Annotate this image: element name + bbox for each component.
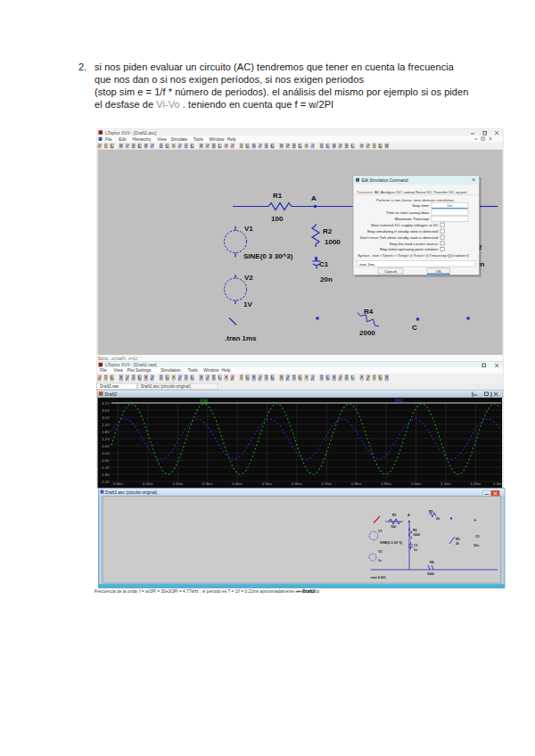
svg-text:0.1ms: 0.1ms — [143, 481, 153, 486]
svg-text:2.: 2. — [78, 62, 86, 72]
svg-text:R1: R1 — [392, 514, 397, 517]
svg-text:Tools: Tools — [188, 368, 199, 373]
svg-text:1.2ms: 1.2ms — [470, 481, 481, 486]
svg-text:50: 50 — [436, 517, 440, 521]
svg-text:Stop time:: Stop time: — [412, 203, 430, 208]
svg-text:LTspice XVII - [Draft2.raw]: LTspice XVII - [Draft2.raw] — [105, 362, 157, 367]
svg-text:File: File — [105, 137, 112, 142]
svg-text:LTspice XVII - [Draft2.asc]: LTspice XVII - [Draft2.asc] — [105, 130, 157, 136]
svg-text:R4: R4 — [430, 561, 434, 564]
svg-text:0.5ms: 0.5ms — [262, 481, 273, 486]
svg-text:C1: C1 — [414, 544, 418, 547]
svg-text:Syntax: .tran <Tprint> <Tstop>: Syntax: .tran <Tprint> <Tstop> [<Tstart>… — [358, 253, 469, 258]
svg-text:0.7ms: 0.7ms — [321, 481, 332, 486]
svg-text:Simulation: Simulation — [160, 368, 181, 373]
svg-text:.tran 0.001: .tran 0.001 — [370, 576, 386, 579]
svg-text:C: C — [412, 324, 417, 332]
svg-text:3.6V: 3.6V — [102, 408, 110, 413]
svg-text:20n: 20n — [473, 544, 479, 547]
svg-text:0.2ms: 0.2ms — [172, 481, 183, 486]
svg-text:V(a): V(a) — [200, 399, 208, 403]
svg-text:SINE(0 3 30^3): SINE(0 3 30^3) — [243, 252, 293, 260]
svg-text:el desfase de Vi-Vo . teniendo: el desfase de Vi-Vo . teniendo en cuenta… — [95, 99, 333, 110]
svg-text:A: A — [311, 194, 317, 202]
svg-text:Skip initial operating point s: Skip initial operating point solution: — [380, 247, 439, 251]
svg-text:OK: OK — [436, 269, 441, 274]
svg-text:(stop sim e = 1/f * número de: (stop sim e = 1/f * número de periodos).… — [95, 86, 468, 97]
svg-text:2000: 2000 — [359, 329, 375, 337]
svg-text:1m: 1m — [447, 203, 452, 208]
svg-text:C2: C2 — [475, 535, 480, 538]
svg-text:1000: 1000 — [413, 533, 420, 537]
svg-text:Plot Settings: Plot Settings — [128, 368, 152, 373]
svg-text:0.0ms: 0.0ms — [113, 481, 124, 486]
svg-text:Don't reset T=0 when steady st: Don't reset T=0 when steady state is det… — [360, 235, 439, 240]
svg-text:Hierarchy: Hierarchy — [133, 137, 152, 142]
svg-text:.tran 1ms: .tran 1ms — [225, 334, 257, 342]
svg-text:1n: 1n — [414, 548, 417, 552]
svg-text:1V: 1V — [243, 300, 252, 308]
svg-text:Baltis...schakFr. x=1c/: Baltis...schakFr. x=1c/ — [98, 357, 139, 361]
svg-text:Frecuencia de la onda: f = w/2: Frecuencia de la onda: f = w/2PI = 30e3/… — [95, 589, 320, 594]
svg-text:-2.4V: -2.4V — [101, 480, 110, 484]
svg-text:3.0V: 3.0V — [102, 415, 110, 420]
svg-text:Time to start saving data:: Time to start saving data: — [386, 210, 430, 215]
svg-text:Window: Window — [210, 137, 226, 142]
svg-text:AC Analysis DC sweep Noise: AC Analysis DC sweep Noise DC Transfer D… — [374, 190, 467, 194]
svg-text:Edit Simulation Command: Edit Simulation Command — [362, 178, 409, 183]
svg-text:0.8ms: 0.8ms — [351, 481, 362, 486]
svg-text:V1: V1 — [244, 225, 253, 233]
svg-text:0.4ms: 0.4ms — [232, 481, 243, 486]
svg-text:V2: V2 — [244, 274, 253, 282]
svg-text:R1: R1 — [273, 192, 283, 200]
svg-text:View: View — [113, 368, 123, 373]
svg-text:Help: Help — [227, 137, 236, 142]
svg-text:2k: 2k — [456, 542, 459, 546]
svg-text:Tools: Tools — [193, 137, 204, 142]
svg-text:0.6ms: 0.6ms — [292, 481, 302, 486]
svg-text:C1: C1 — [319, 260, 329, 268]
svg-text:1.0ms: 1.0ms — [411, 481, 422, 486]
svg-text:Transient: Transient — [357, 190, 374, 194]
svg-text:R2: R2 — [323, 227, 333, 235]
svg-text:1.8V: 1.8V — [102, 430, 110, 434]
svg-text:4.2V: 4.2V — [102, 401, 110, 406]
svg-text:-1.2V: -1.2V — [101, 465, 110, 470]
svg-text:View: View — [157, 137, 167, 142]
svg-text:1.3m: 1.3m — [493, 481, 502, 486]
svg-text:.tran 1ms: .tran 1ms — [358, 262, 375, 267]
svg-text:Help: Help — [222, 368, 231, 373]
svg-text:V(c): V(c) — [395, 399, 403, 403]
svg-text:File: File — [100, 368, 107, 373]
svg-text:0.9ms: 0.9ms — [381, 481, 391, 486]
svg-text:2000: 2000 — [427, 572, 434, 576]
svg-text:Window: Window — [203, 368, 219, 373]
svg-text:Cancel: Cancel — [384, 269, 397, 274]
svg-text:Step the load current source:: Step the load current source: — [390, 242, 439, 246]
svg-text:Perform a non-linear, time-dom: Perform a non-linear, time-domain simula… — [376, 198, 456, 202]
svg-text:que nos dan o si nos exigen pe: que nos dan o si nos exigen períodos, si… — [95, 74, 364, 85]
svg-text:0.0V: 0.0V — [102, 451, 110, 456]
svg-text:V2: V2 — [378, 550, 382, 554]
svg-text:Simulate: Simulate — [171, 137, 188, 142]
svg-text:1v: 1v — [378, 559, 382, 563]
svg-text:SINE(0 3 30^3): SINE(0 3 30^3) — [380, 541, 403, 545]
svg-text:si nos piden evaluar un circui: si nos piden evaluar un circuito (AC) te… — [95, 62, 455, 72]
svg-text:Draft2.asc (circuito original): Draft2.asc (circuito original) — [141, 384, 191, 389]
svg-text:R2: R2 — [413, 529, 417, 532]
svg-text:V1: V1 — [378, 530, 382, 533]
svg-text:100: 100 — [391, 525, 396, 529]
svg-text:Draft2: Draft2 — [105, 391, 118, 397]
svg-text:Maximum Timestep:: Maximum Timestep: — [395, 217, 430, 221]
svg-text:R3: R3 — [456, 538, 460, 541]
svg-text:-1.8V: -1.8V — [101, 472, 110, 477]
svg-text:A: A — [407, 514, 410, 517]
svg-text:0.3ms: 0.3ms — [202, 481, 213, 486]
svg-text:Draft2.raw: Draft2.raw — [100, 384, 119, 389]
svg-text:Draft2.asc (circuito original): Draft2.asc (circuito original) — [105, 490, 158, 495]
svg-text:R4: R4 — [364, 308, 374, 316]
svg-text:100: 100 — [271, 215, 284, 223]
svg-text:Edit: Edit — [119, 137, 127, 142]
svg-text:20n: 20n — [320, 275, 333, 284]
svg-text:0.6V: 0.6V — [102, 444, 110, 448]
